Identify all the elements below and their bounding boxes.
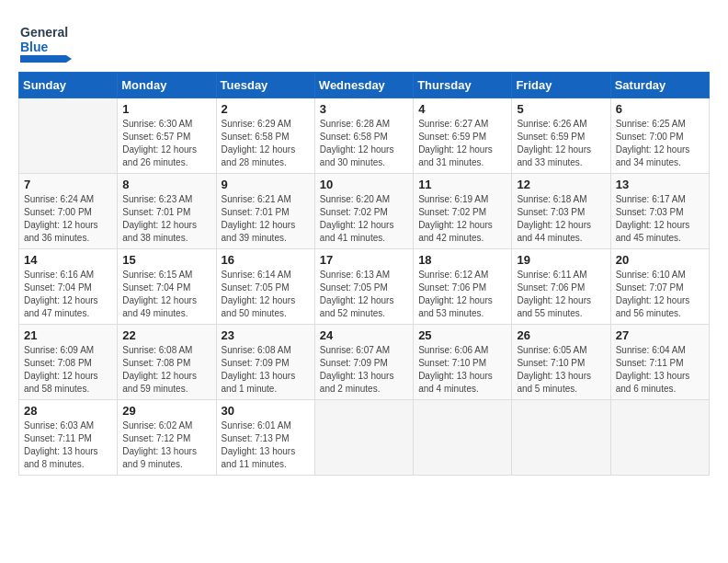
- calendar-cell: 27Sunrise: 6:04 AM Sunset: 7:11 PM Dayli…: [610, 325, 709, 400]
- calendar-cell: 17Sunrise: 6:13 AM Sunset: 7:05 PM Dayli…: [314, 249, 413, 325]
- calendar-cell: 23Sunrise: 6:08 AM Sunset: 7:09 PM Dayli…: [216, 325, 314, 400]
- day-info: Sunrise: 6:02 AM Sunset: 7:12 PM Dayligh…: [122, 419, 210, 471]
- day-number: 19: [517, 253, 605, 267]
- calendar-table: SundayMondayTuesdayWednesdayThursdayFrid…: [18, 72, 710, 476]
- calendar-cell: 28Sunrise: 6:03 AM Sunset: 7:11 PM Dayli…: [19, 400, 118, 476]
- day-info: Sunrise: 6:03 AM Sunset: 7:11 PM Dayligh…: [24, 419, 112, 471]
- calendar-cell: 9Sunrise: 6:21 AM Sunset: 7:01 PM Daylig…: [216, 174, 314, 249]
- day-info: Sunrise: 6:05 AM Sunset: 7:10 PM Dayligh…: [517, 344, 605, 396]
- day-number: 3: [320, 102, 408, 116]
- page-header: General Blue: [18, 18, 710, 63]
- day-info: Sunrise: 6:01 AM Sunset: 7:13 PM Dayligh…: [222, 419, 310, 471]
- day-number: 10: [320, 178, 408, 191]
- day-number: 22: [122, 328, 210, 342]
- calendar-cell: 12Sunrise: 6:18 AM Sunset: 7:03 PM Dayli…: [512, 174, 610, 249]
- calendar-cell: 13Sunrise: 6:17 AM Sunset: 7:03 PM Dayli…: [610, 174, 709, 249]
- day-number: 15: [122, 253, 210, 267]
- day-info: Sunrise: 6:27 AM Sunset: 6:59 PM Dayligh…: [418, 118, 506, 169]
- day-number: 27: [616, 328, 704, 342]
- calendar-week-row: 28Sunrise: 6:03 AM Sunset: 7:11 PM Dayli…: [19, 400, 710, 476]
- day-number: 28: [24, 404, 112, 418]
- day-number: 9: [222, 178, 310, 191]
- calendar-week-row: 21Sunrise: 6:09 AM Sunset: 7:08 PM Dayli…: [19, 325, 710, 400]
- calendar-cell: [19, 98, 118, 174]
- calendar-week-row: 1Sunrise: 6:30 AM Sunset: 6:57 PM Daylig…: [19, 98, 710, 174]
- day-info: Sunrise: 6:08 AM Sunset: 7:09 PM Dayligh…: [222, 344, 310, 396]
- calendar-cell: 10Sunrise: 6:20 AM Sunset: 7:02 PM Dayli…: [314, 174, 413, 249]
- day-info: Sunrise: 6:25 AM Sunset: 7:00 PM Dayligh…: [616, 118, 704, 169]
- weekday-header-saturday: Saturday: [610, 73, 709, 98]
- day-info: Sunrise: 6:20 AM Sunset: 7:02 PM Dayligh…: [320, 193, 408, 245]
- day-info: Sunrise: 6:18 AM Sunset: 7:03 PM Dayligh…: [517, 193, 605, 245]
- calendar-cell: 24Sunrise: 6:07 AM Sunset: 7:09 PM Dayli…: [314, 325, 413, 400]
- svg-text:Blue: Blue: [20, 40, 49, 54]
- day-number: 17: [320, 253, 408, 267]
- logo: General Blue: [18, 18, 74, 63]
- calendar-cell: 6Sunrise: 6:25 AM Sunset: 7:00 PM Daylig…: [610, 98, 709, 174]
- weekday-header-row: SundayMondayTuesdayWednesdayThursdayFrid…: [19, 73, 710, 98]
- calendar-cell: 8Sunrise: 6:23 AM Sunset: 7:01 PM Daylig…: [118, 174, 216, 249]
- day-number: 4: [418, 102, 506, 116]
- day-number: 7: [24, 178, 112, 191]
- day-number: 25: [418, 328, 506, 342]
- logo-icon: General Blue: [18, 18, 74, 63]
- day-info: Sunrise: 6:17 AM Sunset: 7:03 PM Dayligh…: [616, 193, 704, 245]
- day-number: 29: [122, 404, 210, 418]
- day-number: 2: [222, 102, 310, 116]
- calendar-cell: 11Sunrise: 6:19 AM Sunset: 7:02 PM Dayli…: [414, 174, 512, 249]
- day-info: Sunrise: 6:14 AM Sunset: 7:05 PM Dayligh…: [222, 269, 310, 320]
- day-info: Sunrise: 6:26 AM Sunset: 6:59 PM Dayligh…: [517, 118, 605, 169]
- calendar-cell: 2Sunrise: 6:29 AM Sunset: 6:58 PM Daylig…: [216, 98, 314, 174]
- calendar-cell: 22Sunrise: 6:08 AM Sunset: 7:08 PM Dayli…: [118, 325, 216, 400]
- calendar-cell: 21Sunrise: 6:09 AM Sunset: 7:08 PM Dayli…: [19, 325, 118, 400]
- day-number: 13: [616, 178, 704, 191]
- day-number: 24: [320, 328, 408, 342]
- day-number: 1: [122, 102, 210, 116]
- svg-text:General: General: [20, 25, 68, 40]
- day-number: 18: [418, 253, 506, 267]
- calendar-cell: 16Sunrise: 6:14 AM Sunset: 7:05 PM Dayli…: [216, 249, 314, 325]
- calendar-week-row: 14Sunrise: 6:16 AM Sunset: 7:04 PM Dayli…: [19, 249, 710, 325]
- svg-marker-2: [20, 55, 72, 63]
- calendar-cell: 26Sunrise: 6:05 AM Sunset: 7:10 PM Dayli…: [512, 325, 610, 400]
- day-info: Sunrise: 6:12 AM Sunset: 7:06 PM Dayligh…: [418, 269, 506, 320]
- day-info: Sunrise: 6:10 AM Sunset: 7:07 PM Dayligh…: [616, 269, 704, 320]
- day-number: 6: [616, 102, 704, 116]
- day-info: Sunrise: 6:23 AM Sunset: 7:01 PM Dayligh…: [122, 193, 210, 245]
- calendar-cell: 4Sunrise: 6:27 AM Sunset: 6:59 PM Daylig…: [414, 98, 512, 174]
- day-number: 23: [222, 328, 310, 342]
- day-number: 26: [517, 328, 605, 342]
- weekday-header-tuesday: Tuesday: [216, 73, 314, 98]
- weekday-header-monday: Monday: [118, 73, 216, 98]
- calendar-cell: [314, 400, 413, 476]
- calendar-cell: 20Sunrise: 6:10 AM Sunset: 7:07 PM Dayli…: [610, 249, 709, 325]
- day-info: Sunrise: 6:29 AM Sunset: 6:58 PM Dayligh…: [222, 118, 310, 169]
- calendar-cell: 7Sunrise: 6:24 AM Sunset: 7:00 PM Daylig…: [19, 174, 118, 249]
- day-info: Sunrise: 6:21 AM Sunset: 7:01 PM Dayligh…: [222, 193, 310, 245]
- calendar-cell: 14Sunrise: 6:16 AM Sunset: 7:04 PM Dayli…: [19, 249, 118, 325]
- day-number: 30: [222, 404, 310, 418]
- day-number: 5: [517, 102, 605, 116]
- day-info: Sunrise: 6:04 AM Sunset: 7:11 PM Dayligh…: [616, 344, 704, 396]
- calendar-cell: [414, 400, 512, 476]
- day-number: 20: [616, 253, 704, 267]
- calendar-cell: 5Sunrise: 6:26 AM Sunset: 6:59 PM Daylig…: [512, 98, 610, 174]
- weekday-header-wednesday: Wednesday: [314, 73, 413, 98]
- day-info: Sunrise: 6:09 AM Sunset: 7:08 PM Dayligh…: [24, 344, 112, 396]
- day-number: 21: [24, 328, 112, 342]
- weekday-header-sunday: Sunday: [19, 73, 118, 98]
- weekday-header-friday: Friday: [512, 73, 610, 98]
- calendar-cell: 19Sunrise: 6:11 AM Sunset: 7:06 PM Dayli…: [512, 249, 610, 325]
- day-info: Sunrise: 6:24 AM Sunset: 7:00 PM Dayligh…: [24, 193, 112, 245]
- day-number: 8: [122, 178, 210, 191]
- calendar-cell: 3Sunrise: 6:28 AM Sunset: 6:58 PM Daylig…: [314, 98, 413, 174]
- day-number: 12: [517, 178, 605, 191]
- day-info: Sunrise: 6:30 AM Sunset: 6:57 PM Dayligh…: [122, 118, 210, 169]
- day-info: Sunrise: 6:08 AM Sunset: 7:08 PM Dayligh…: [122, 344, 210, 396]
- day-info: Sunrise: 6:06 AM Sunset: 7:10 PM Dayligh…: [418, 344, 506, 396]
- day-info: Sunrise: 6:19 AM Sunset: 7:02 PM Dayligh…: [418, 193, 506, 245]
- calendar-cell: [610, 400, 709, 476]
- day-number: 11: [418, 178, 506, 191]
- day-info: Sunrise: 6:07 AM Sunset: 7:09 PM Dayligh…: [320, 344, 408, 396]
- day-info: Sunrise: 6:15 AM Sunset: 7:04 PM Dayligh…: [122, 269, 210, 320]
